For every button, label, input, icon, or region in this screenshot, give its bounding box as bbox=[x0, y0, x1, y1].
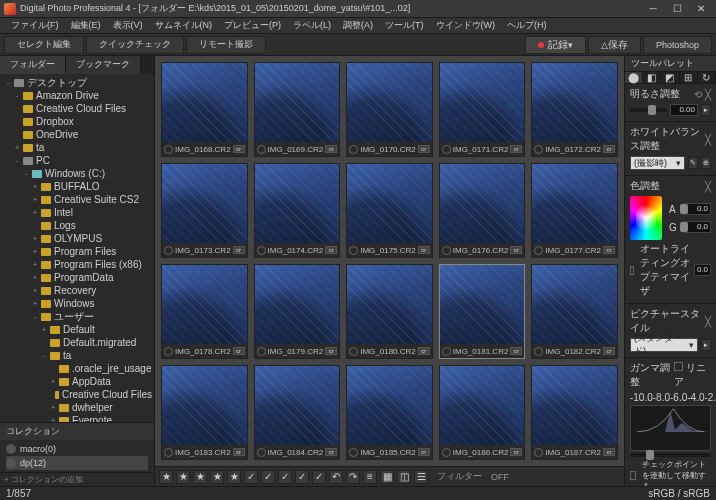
tree-node[interactable]: OneDrive bbox=[2, 128, 152, 141]
view-large-icon[interactable]: ◫ bbox=[397, 470, 411, 484]
thumbnail[interactable]: IMG_0177.CR2cr bbox=[531, 163, 618, 258]
menu-item[interactable]: ツール(T) bbox=[380, 19, 429, 32]
brightness-slider[interactable] bbox=[630, 108, 667, 112]
rotate-ccw-icon[interactable]: ↶ bbox=[329, 470, 343, 484]
thumbnail[interactable]: IMG_0173.CR2cr bbox=[161, 163, 248, 258]
thumb-check-icon[interactable] bbox=[257, 246, 266, 255]
thumbnail[interactable]: IMG_0179.CR2cr bbox=[254, 264, 341, 359]
thumb-check-icon[interactable] bbox=[257, 448, 266, 457]
tree-node[interactable]: Creative Cloud Files bbox=[2, 388, 152, 401]
tree-node[interactable]: +Default bbox=[2, 323, 152, 336]
folder-tree[interactable]: -デスクトップ-Amazon DriveCreative Cloud Files… bbox=[0, 74, 154, 422]
palette-tab-5[interactable]: ↻ bbox=[698, 72, 716, 83]
check4-icon[interactable]: ✓ bbox=[295, 470, 309, 484]
histogram[interactable] bbox=[630, 405, 711, 451]
wb-pick-icon[interactable]: ✎ bbox=[688, 157, 698, 169]
star2-icon[interactable]: ★ bbox=[176, 470, 190, 484]
tab-folder[interactable]: フォルダー bbox=[0, 56, 66, 74]
thumb-check-icon[interactable] bbox=[349, 246, 358, 255]
minimize-button[interactable]: ─ bbox=[642, 2, 664, 16]
thumbnail[interactable]: IMG_0171.CR2cr bbox=[439, 62, 526, 157]
gamma-slider[interactable] bbox=[630, 453, 711, 457]
tree-node[interactable]: +OLYMPUS bbox=[2, 232, 152, 245]
tree-node[interactable]: +Windows bbox=[2, 297, 152, 310]
thumb-check-icon[interactable] bbox=[164, 246, 173, 255]
picstyle-dropdown[interactable]: (スタンダード) bbox=[630, 338, 698, 352]
menu-item[interactable]: ウインドウ(W) bbox=[431, 19, 501, 32]
tree-node[interactable]: +ProgramData bbox=[2, 271, 152, 284]
tab-bookmark[interactable]: ブックマーク bbox=[66, 56, 141, 74]
collection-item[interactable]: dp(12) bbox=[6, 456, 148, 470]
add-collection-button[interactable]: + コレクションの追加 bbox=[0, 472, 154, 486]
brightness-step[interactable]: ▸ bbox=[701, 104, 711, 116]
thumb-check-icon[interactable] bbox=[442, 246, 451, 255]
photoshop-button[interactable]: Photoshop bbox=[643, 36, 712, 54]
thumb-check-icon[interactable] bbox=[349, 347, 358, 356]
thumbnail[interactable]: IMG_0170.CR2cr bbox=[346, 62, 433, 157]
thumbnail[interactable]: IMG_0172.CR2cr bbox=[531, 62, 618, 157]
thumbnail[interactable]: IMG_0182.CR2cr bbox=[531, 264, 618, 359]
tree-node[interactable]: +Program Files bbox=[2, 245, 152, 258]
thumbnail[interactable]: IMG_0184.CR2cr bbox=[254, 365, 341, 460]
quick-check-button[interactable]: クイックチェック bbox=[86, 36, 184, 54]
thumbnail[interactable]: IMG_0176.CR2cr bbox=[439, 163, 526, 258]
thumbnail[interactable]: IMG_0169.CR2cr bbox=[254, 62, 341, 157]
menu-item[interactable]: ヘルプ(H) bbox=[502, 19, 552, 32]
maximize-button[interactable]: ☐ bbox=[666, 2, 688, 16]
view-detail-icon[interactable]: ☰ bbox=[414, 470, 428, 484]
save-button[interactable]: △ 保存 bbox=[588, 36, 641, 54]
star4-icon[interactable]: ★ bbox=[210, 470, 224, 484]
check2-icon[interactable]: ✓ bbox=[261, 470, 275, 484]
thumbnail[interactable]: IMG_0186.CR2cr bbox=[439, 365, 526, 460]
thumb-check-icon[interactable] bbox=[257, 347, 266, 356]
thumb-check-icon[interactable] bbox=[349, 448, 358, 457]
menu-item[interactable]: サムネイル(N) bbox=[150, 19, 218, 32]
thumb-check-icon[interactable] bbox=[442, 145, 451, 154]
view-list-icon[interactable]: ≡ bbox=[363, 470, 377, 484]
menu-item[interactable]: ラベル(L) bbox=[288, 19, 336, 32]
menu-item[interactable]: ファイル(F) bbox=[6, 19, 64, 32]
thumbnail[interactable]: IMG_0183.CR2cr bbox=[161, 365, 248, 460]
star1-icon[interactable]: ★ bbox=[159, 470, 173, 484]
wb-dropdown[interactable]: (撮影時) bbox=[630, 156, 685, 170]
thumbnail[interactable]: IMG_0174.CR2cr bbox=[254, 163, 341, 258]
tree-node[interactable]: +ta bbox=[2, 141, 152, 154]
thumb-check-icon[interactable] bbox=[442, 448, 451, 457]
star5-icon[interactable]: ★ bbox=[227, 470, 241, 484]
tree-node[interactable]: +Evernote bbox=[2, 414, 152, 422]
tree-node[interactable]: -ta bbox=[2, 349, 152, 362]
thumb-check-icon[interactable] bbox=[164, 347, 173, 356]
tree-node[interactable]: Default.migrated bbox=[2, 336, 152, 349]
thumb-check-icon[interactable] bbox=[442, 347, 451, 356]
thumbnail[interactable]: IMG_0181.CR2cr bbox=[439, 264, 526, 359]
color-wheel[interactable] bbox=[630, 196, 662, 240]
tree-node[interactable]: -デスクトップ bbox=[2, 76, 152, 89]
palette-tab-4[interactable]: ⊞ bbox=[680, 72, 698, 83]
thumbnail[interactable]: IMG_0180.CR2cr bbox=[346, 264, 433, 359]
tree-node[interactable]: +Program Files (x86) bbox=[2, 258, 152, 271]
menu-item[interactable]: 編集(E) bbox=[66, 19, 106, 32]
thumb-check-icon[interactable] bbox=[534, 145, 543, 154]
close-button[interactable]: ✕ bbox=[690, 2, 712, 16]
record-button[interactable]: 記録 ▾ bbox=[525, 36, 586, 54]
select-edit-button[interactable]: セレクト編集 bbox=[4, 36, 84, 54]
tree-node[interactable]: -Windows (C:) bbox=[2, 167, 152, 180]
menu-item[interactable]: 調整(A) bbox=[338, 19, 378, 32]
picstyle-btn[interactable]: ▸ bbox=[701, 339, 711, 351]
tree-node[interactable]: Logs bbox=[2, 219, 152, 232]
thumbnail[interactable]: IMG_0187.CR2cr bbox=[531, 365, 618, 460]
rotate-cw-icon[interactable]: ↷ bbox=[346, 470, 360, 484]
palette-tab-1[interactable]: ⬤ bbox=[625, 72, 643, 83]
thumbnail[interactable]: IMG_0185.CR2cr bbox=[346, 365, 433, 460]
palette-tab-2[interactable]: ◧ bbox=[643, 72, 661, 83]
check5-icon[interactable]: ✓ bbox=[312, 470, 326, 484]
tree-node[interactable]: +Creative Suite CS2 bbox=[2, 193, 152, 206]
tree-node[interactable]: .oracle_jre_usage bbox=[2, 362, 152, 375]
thumb-check-icon[interactable] bbox=[534, 347, 543, 356]
view-grid-icon[interactable]: ▦ bbox=[380, 470, 394, 484]
tree-node[interactable]: Creative Cloud Files bbox=[2, 102, 152, 115]
menu-item[interactable]: プレビュー(P) bbox=[219, 19, 286, 32]
remote-shoot-button[interactable]: リモート撮影 bbox=[186, 36, 266, 54]
gamma-link-checkbox[interactable] bbox=[630, 471, 636, 480]
thumb-check-icon[interactable] bbox=[164, 448, 173, 457]
